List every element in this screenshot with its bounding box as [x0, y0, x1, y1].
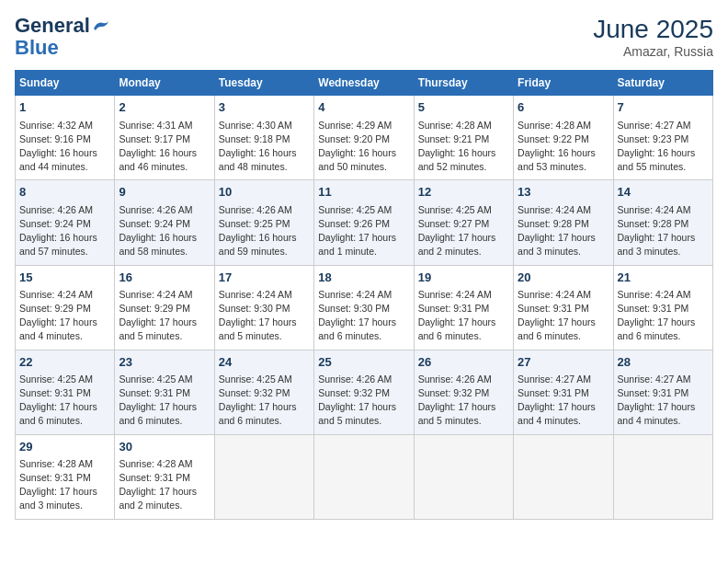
table-row: 21 Sunrise: 4:24 AM Sunset: 9:31 PM Dayl… — [613, 265, 712, 350]
day-info: Sunrise: 4:24 AM Sunset: 9:28 PM Dayligh… — [618, 203, 709, 259]
table-row: 27 Sunrise: 4:27 AM Sunset: 9:31 PM Dayl… — [514, 350, 613, 434]
table-row: 8 Sunrise: 4:26 AM Sunset: 9:24 PM Dayli… — [16, 180, 115, 265]
table-row — [214, 434, 313, 519]
day-info: Sunrise: 4:24 AM Sunset: 9:28 PM Dayligh… — [518, 203, 609, 259]
week-row-5: 29 Sunrise: 4:28 AM Sunset: 9:31 PM Dayl… — [16, 434, 713, 519]
day-number: 15 — [19, 270, 110, 286]
table-row: 20 Sunrise: 4:24 AM Sunset: 9:31 PM Dayl… — [514, 265, 613, 350]
table-row: 14 Sunrise: 4:24 AM Sunset: 9:28 PM Dayl… — [613, 180, 712, 265]
day-info: Sunrise: 4:24 AM Sunset: 9:30 PM Dayligh… — [318, 288, 409, 344]
day-number: 8 — [19, 184, 110, 201]
day-info: Sunrise: 4:25 AM Sunset: 9:31 PM Dayligh… — [119, 373, 210, 429]
table-row: 29 Sunrise: 4:28 AM Sunset: 9:31 PM Dayl… — [16, 434, 115, 519]
day-info: Sunrise: 4:27 AM Sunset: 9:23 PM Dayligh… — [618, 119, 709, 175]
day-number: 2 — [119, 99, 210, 116]
day-info: Sunrise: 4:25 AM Sunset: 9:26 PM Dayligh… — [318, 203, 409, 259]
day-info: Sunrise: 4:24 AM Sunset: 9:31 PM Dayligh… — [618, 288, 709, 344]
day-number: 29 — [19, 439, 110, 455]
day-info: Sunrise: 4:26 AM Sunset: 9:25 PM Dayligh… — [219, 203, 310, 259]
day-number: 27 — [518, 354, 609, 371]
title-block: June 2025 Amazar, Russia — [593, 15, 713, 59]
table-row — [514, 434, 613, 519]
table-row: 12 Sunrise: 4:25 AM Sunset: 9:27 PM Dayl… — [414, 180, 513, 265]
table-row: 1 Sunrise: 4:32 AM Sunset: 9:16 PM Dayli… — [16, 96, 115, 180]
day-number: 21 — [618, 270, 709, 286]
day-info: Sunrise: 4:27 AM Sunset: 9:31 PM Dayligh… — [618, 373, 709, 429]
table-row: 30 Sunrise: 4:28 AM Sunset: 9:31 PM Dayl… — [115, 434, 214, 519]
col-friday: Friday — [514, 71, 613, 96]
week-row-3: 15 Sunrise: 4:24 AM Sunset: 9:29 PM Dayl… — [16, 265, 713, 350]
day-info: Sunrise: 4:26 AM Sunset: 9:24 PM Dayligh… — [119, 203, 210, 259]
day-number: 18 — [318, 270, 409, 286]
day-number: 10 — [219, 184, 310, 201]
day-info: Sunrise: 4:28 AM Sunset: 9:31 PM Dayligh… — [19, 457, 110, 513]
table-row: 17 Sunrise: 4:24 AM Sunset: 9:30 PM Dayl… — [214, 265, 313, 350]
day-number: 11 — [318, 184, 409, 201]
day-info: Sunrise: 4:26 AM Sunset: 9:32 PM Dayligh… — [318, 373, 409, 429]
table-row: 9 Sunrise: 4:26 AM Sunset: 9:24 PM Dayli… — [115, 180, 214, 265]
calendar-header-row: Sunday Monday Tuesday Wednesday Thursday… — [16, 71, 713, 96]
table-row: 4 Sunrise: 4:29 AM Sunset: 9:20 PM Dayli… — [314, 96, 414, 180]
day-number: 23 — [119, 354, 210, 371]
table-row: 5 Sunrise: 4:28 AM Sunset: 9:21 PM Dayli… — [414, 96, 513, 180]
week-row-4: 22 Sunrise: 4:25 AM Sunset: 9:31 PM Dayl… — [16, 350, 713, 434]
table-row: 10 Sunrise: 4:26 AM Sunset: 9:25 PM Dayl… — [214, 180, 313, 265]
col-saturday: Saturday — [613, 71, 712, 96]
day-number: 1 — [19, 99, 110, 116]
day-info: Sunrise: 4:32 AM Sunset: 9:16 PM Dayligh… — [19, 119, 110, 175]
table-row: 23 Sunrise: 4:25 AM Sunset: 9:31 PM Dayl… — [115, 350, 214, 434]
month-year: June 2025 — [593, 15, 713, 44]
week-row-2: 8 Sunrise: 4:26 AM Sunset: 9:24 PM Dayli… — [16, 180, 713, 265]
table-row: 11 Sunrise: 4:25 AM Sunset: 9:26 PM Dayl… — [314, 180, 414, 265]
day-info: Sunrise: 4:24 AM Sunset: 9:29 PM Dayligh… — [119, 288, 210, 344]
week-row-1: 1 Sunrise: 4:32 AM Sunset: 9:16 PM Dayli… — [16, 96, 713, 180]
day-number: 14 — [618, 184, 709, 201]
day-number: 24 — [219, 354, 310, 371]
col-tuesday: Tuesday — [214, 71, 313, 96]
day-info: Sunrise: 4:28 AM Sunset: 9:31 PM Dayligh… — [119, 457, 210, 513]
table-row: 28 Sunrise: 4:27 AM Sunset: 9:31 PM Dayl… — [613, 350, 712, 434]
day-number: 7 — [618, 99, 709, 116]
day-number: 6 — [518, 99, 609, 116]
table-row: 19 Sunrise: 4:24 AM Sunset: 9:31 PM Dayl… — [414, 265, 513, 350]
logo-text: General — [15, 15, 110, 37]
day-number: 13 — [518, 184, 609, 201]
table-row — [613, 434, 712, 519]
table-row: 22 Sunrise: 4:25 AM Sunset: 9:31 PM Dayl… — [16, 350, 115, 434]
logo-blue: Blue — [15, 37, 59, 59]
col-wednesday: Wednesday — [314, 71, 414, 96]
day-number: 22 — [19, 354, 110, 371]
table-row: 13 Sunrise: 4:24 AM Sunset: 9:28 PM Dayl… — [514, 180, 613, 265]
day-info: Sunrise: 4:25 AM Sunset: 9:27 PM Dayligh… — [418, 203, 509, 259]
table-row: 25 Sunrise: 4:26 AM Sunset: 9:32 PM Dayl… — [314, 350, 414, 434]
day-number: 12 — [418, 184, 509, 201]
day-number: 4 — [318, 99, 409, 116]
location: Amazar, Russia — [593, 44, 713, 59]
table-row: 7 Sunrise: 4:27 AM Sunset: 9:23 PM Dayli… — [613, 96, 712, 180]
day-number: 9 — [119, 184, 210, 201]
table-row: 2 Sunrise: 4:31 AM Sunset: 9:17 PM Dayli… — [115, 96, 214, 180]
day-number: 28 — [618, 354, 709, 371]
table-row — [414, 434, 513, 519]
day-number: 17 — [219, 270, 310, 286]
table-row: 26 Sunrise: 4:26 AM Sunset: 9:32 PM Dayl… — [414, 350, 513, 434]
day-number: 19 — [418, 270, 509, 286]
calendar-table: Sunday Monday Tuesday Wednesday Thursday… — [15, 70, 713, 519]
day-info: Sunrise: 4:30 AM Sunset: 9:18 PM Dayligh… — [219, 119, 310, 175]
day-info: Sunrise: 4:28 AM Sunset: 9:21 PM Dayligh… — [418, 119, 509, 175]
table-row: 15 Sunrise: 4:24 AM Sunset: 9:29 PM Dayl… — [16, 265, 115, 350]
day-info: Sunrise: 4:24 AM Sunset: 9:31 PM Dayligh… — [518, 288, 609, 344]
day-info: Sunrise: 4:24 AM Sunset: 9:30 PM Dayligh… — [219, 288, 310, 344]
logo: General Blue — [15, 15, 110, 59]
table-row: 3 Sunrise: 4:30 AM Sunset: 9:18 PM Dayli… — [214, 96, 313, 180]
day-number: 20 — [518, 270, 609, 286]
day-info: Sunrise: 4:24 AM Sunset: 9:31 PM Dayligh… — [418, 288, 509, 344]
table-row: 16 Sunrise: 4:24 AM Sunset: 9:29 PM Dayl… — [115, 265, 214, 350]
day-info: Sunrise: 4:25 AM Sunset: 9:31 PM Dayligh… — [19, 373, 110, 429]
day-info: Sunrise: 4:24 AM Sunset: 9:29 PM Dayligh… — [19, 288, 110, 344]
day-info: Sunrise: 4:26 AM Sunset: 9:32 PM Dayligh… — [418, 373, 509, 429]
table-row: 24 Sunrise: 4:25 AM Sunset: 9:32 PM Dayl… — [214, 350, 313, 434]
day-info: Sunrise: 4:27 AM Sunset: 9:31 PM Dayligh… — [518, 373, 609, 429]
page-header: General Blue June 2025 Amazar, Russia — [15, 15, 713, 59]
day-number: 3 — [219, 99, 310, 116]
